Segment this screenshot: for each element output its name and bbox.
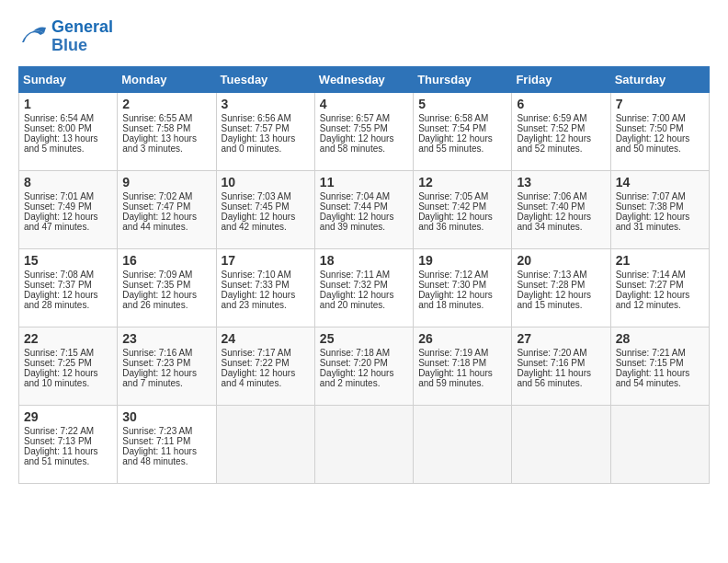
sunrise: Sunrise: 7:20 AM	[517, 348, 586, 358]
day-number: 27	[517, 331, 605, 346]
daylight-label: Daylight: 11 hours and 59 minutes.	[418, 368, 493, 388]
week-row-1: 1Sunrise: 6:54 AMSunset: 8:00 PMDaylight…	[19, 92, 710, 170]
daylight-label: Daylight: 12 hours and 47 minutes.	[24, 212, 98, 232]
day-number: 16	[122, 253, 210, 268]
day-cell: 2Sunrise: 6:55 AMSunset: 7:58 PMDaylight…	[118, 92, 216, 170]
sunset: Sunset: 7:22 PM	[222, 358, 290, 368]
sunrise: Sunrise: 7:22 AM	[24, 426, 94, 436]
sunrise: Sunrise: 6:59 AM	[517, 113, 586, 123]
day-number: 3	[222, 97, 310, 111]
sunset: Sunset: 7:49 PM	[24, 201, 92, 212]
page-header: General Blue	[18, 18, 710, 55]
sunrise: Sunrise: 7:05 AM	[418, 191, 488, 201]
day-number: 26	[418, 331, 506, 346]
sunset: Sunset: 7:30 PM	[418, 280, 486, 290]
sunset: Sunset: 7:16 PM	[517, 358, 585, 368]
sunset: Sunset: 7:28 PM	[517, 280, 585, 290]
sunset: Sunset: 7:15 PM	[616, 358, 684, 368]
header-cell-sunday: Sunday	[19, 66, 118, 92]
daylight-label: Daylight: 12 hours and 52 minutes.	[517, 133, 591, 154]
day-cell: 30Sunrise: 7:23 AMSunset: 7:11 PMDayligh…	[118, 405, 216, 483]
day-cell	[610, 405, 709, 483]
header-row: SundayMondayTuesdayWednesdayThursdayFrid…	[19, 66, 710, 92]
sunset: Sunset: 7:23 PM	[122, 358, 190, 368]
sunset: Sunset: 7:20 PM	[320, 358, 388, 368]
day-number: 14	[616, 175, 704, 190]
daylight-label: Daylight: 13 hours and 0 minutes.	[222, 133, 296, 154]
sunset: Sunset: 7:44 PM	[320, 201, 388, 212]
daylight-label: Daylight: 12 hours and 10 minutes.	[24, 368, 98, 388]
sunrise: Sunrise: 6:57 AM	[320, 113, 390, 123]
day-cell: 13Sunrise: 7:06 AMSunset: 7:40 PMDayligh…	[512, 170, 610, 248]
sunrise: Sunrise: 7:11 AM	[320, 270, 390, 280]
week-row-4: 22Sunrise: 7:15 AMSunset: 7:25 PMDayligh…	[19, 327, 710, 405]
day-cell: 24Sunrise: 7:17 AMSunset: 7:22 PMDayligh…	[216, 327, 314, 405]
daylight-label: Daylight: 13 hours and 5 minutes.	[24, 133, 98, 154]
daylight-label: Daylight: 12 hours and 12 minutes.	[616, 290, 690, 310]
day-cell	[216, 405, 314, 483]
week-row-5: 29Sunrise: 7:22 AMSunset: 7:13 PMDayligh…	[19, 405, 710, 483]
sunset: Sunset: 7:27 PM	[616, 280, 684, 290]
day-cell: 3Sunrise: 6:56 AMSunset: 7:57 PMDaylight…	[216, 92, 314, 170]
week-row-2: 8Sunrise: 7:01 AMSunset: 7:49 PMDaylight…	[19, 170, 710, 248]
day-cell: 21Sunrise: 7:14 AMSunset: 7:27 PMDayligh…	[610, 248, 709, 327]
header-cell-monday: Monday	[118, 66, 216, 92]
day-cell: 15Sunrise: 7:08 AMSunset: 7:37 PMDayligh…	[19, 248, 118, 327]
day-cell: 25Sunrise: 7:18 AMSunset: 7:20 PMDayligh…	[314, 327, 413, 405]
logo: General Blue	[18, 18, 113, 55]
day-number: 8	[24, 175, 112, 190]
daylight-label: Daylight: 12 hours and 28 minutes.	[24, 290, 98, 310]
day-number: 9	[122, 175, 210, 190]
daylight-label: Daylight: 12 hours and 2 minutes.	[320, 368, 394, 388]
day-number: 20	[517, 253, 605, 268]
day-number: 6	[517, 97, 605, 111]
day-number: 1	[24, 97, 112, 111]
day-number: 13	[517, 175, 605, 190]
sunset: Sunset: 7:25 PM	[24, 358, 92, 368]
day-cell: 8Sunrise: 7:01 AMSunset: 7:49 PMDaylight…	[19, 170, 118, 248]
sunset: Sunset: 7:32 PM	[320, 280, 388, 290]
day-number: 10	[222, 175, 310, 190]
sunrise: Sunrise: 7:14 AM	[616, 270, 686, 280]
sunset: Sunset: 7:52 PM	[517, 123, 585, 133]
day-number: 2	[122, 97, 210, 111]
daylight-label: Daylight: 12 hours and 55 minutes.	[418, 133, 493, 154]
sunrise: Sunrise: 7:12 AM	[418, 270, 488, 280]
sunrise: Sunrise: 7:21 AM	[616, 348, 686, 358]
day-number: 12	[418, 175, 506, 190]
day-cell: 16Sunrise: 7:09 AMSunset: 7:35 PMDayligh…	[118, 248, 216, 327]
day-cell: 23Sunrise: 7:16 AMSunset: 7:23 PMDayligh…	[118, 327, 216, 405]
sunrise: Sunrise: 7:04 AM	[320, 191, 390, 201]
sunset: Sunset: 7:18 PM	[418, 358, 486, 368]
sunset: Sunset: 7:58 PM	[122, 123, 190, 133]
sunset: Sunset: 7:40 PM	[517, 201, 585, 212]
daylight-label: Daylight: 12 hours and 31 minutes.	[616, 212, 690, 232]
daylight-label: Daylight: 12 hours and 26 minutes.	[122, 290, 197, 310]
sunrise: Sunrise: 7:07 AM	[616, 191, 686, 201]
daylight-label: Daylight: 12 hours and 50 minutes.	[616, 133, 690, 154]
daylight-label: Daylight: 11 hours and 51 minutes.	[24, 446, 98, 466]
day-cell: 5Sunrise: 6:58 AMSunset: 7:54 PMDaylight…	[414, 92, 512, 170]
day-number: 7	[616, 97, 704, 111]
daylight-label: Daylight: 11 hours and 54 minutes.	[616, 368, 690, 388]
daylight-label: Daylight: 11 hours and 48 minutes.	[122, 446, 197, 466]
daylight-label: Daylight: 12 hours and 58 minutes.	[320, 133, 394, 154]
day-number: 11	[320, 175, 408, 190]
day-cell	[512, 405, 610, 483]
day-cell: 4Sunrise: 6:57 AMSunset: 7:55 PMDaylight…	[314, 92, 413, 170]
day-cell	[314, 405, 413, 483]
day-cell: 1Sunrise: 6:54 AMSunset: 8:00 PMDaylight…	[19, 92, 118, 170]
sunrise: Sunrise: 7:01 AM	[24, 191, 94, 201]
day-cell	[414, 405, 512, 483]
daylight-label: Daylight: 12 hours and 18 minutes.	[418, 290, 493, 310]
day-cell: 20Sunrise: 7:13 AMSunset: 7:28 PMDayligh…	[512, 248, 610, 327]
logo-icon	[18, 24, 48, 50]
daylight-label: Daylight: 12 hours and 39 minutes.	[320, 212, 394, 232]
daylight-label: Daylight: 12 hours and 23 minutes.	[222, 290, 296, 310]
day-number: 15	[24, 253, 112, 268]
day-cell: 26Sunrise: 7:19 AMSunset: 7:18 PMDayligh…	[414, 327, 512, 405]
day-cell: 18Sunrise: 7:11 AMSunset: 7:32 PMDayligh…	[314, 248, 413, 327]
sunrise: Sunrise: 7:17 AM	[222, 348, 291, 358]
sunrise: Sunrise: 6:54 AM	[24, 113, 94, 123]
sunset: Sunset: 7:42 PM	[418, 201, 486, 212]
